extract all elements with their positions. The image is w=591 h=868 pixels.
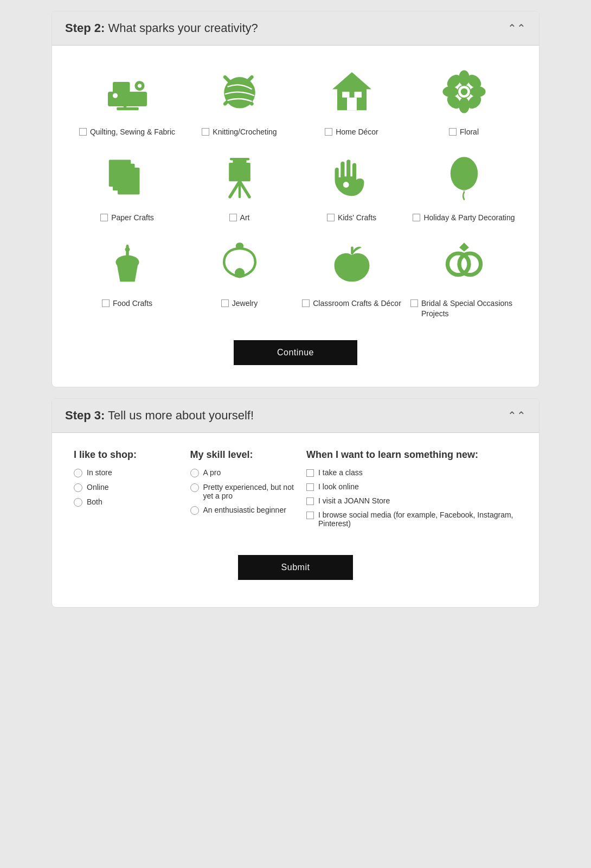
svg-marker-45	[459, 243, 469, 252]
category-bridal[interactable]: Bridal & Special Occasions Projects	[410, 233, 517, 318]
floral-checkbox[interactable]	[449, 128, 457, 136]
category-classroom[interactable]: Classroom Crafts & Décor	[298, 233, 405, 318]
art-checkbox[interactable]	[229, 214, 237, 221]
shop-online[interactable]: Online	[74, 483, 179, 492]
continue-button[interactable]: Continue	[234, 340, 357, 365]
learn-social-label: I browse social media (for example, Face…	[318, 510, 517, 528]
shop-column: I like to shop: In store Online Both	[74, 449, 179, 533]
skill-experienced-radio[interactable]	[190, 483, 199, 492]
learn-class-label: I take a class	[318, 468, 363, 477]
svg-rect-5	[117, 107, 139, 110]
skill-experienced[interactable]: Pretty experienced, but not yet a pro	[190, 483, 296, 500]
skill-pro-radio[interactable]	[190, 469, 199, 477]
shop-both-radio[interactable]	[74, 498, 82, 507]
floral-label-row: Floral	[449, 127, 479, 137]
kids-icon	[322, 148, 382, 207]
jewelry-name: Jewelry	[232, 298, 258, 308]
svg-point-35	[450, 157, 477, 190]
shop-online-label: Online	[87, 483, 108, 492]
kids-checkbox[interactable]	[327, 214, 335, 221]
category-kids[interactable]: Kids' Crafts	[298, 148, 405, 222]
svg-rect-33	[230, 158, 249, 161]
categories-grid: Quilting, Sewing & Fabric	[74, 62, 517, 318]
food-checkbox[interactable]	[102, 299, 110, 307]
skill-heading: My skill level:	[190, 449, 296, 461]
skill-column: My skill level: A pro Pretty experienced…	[190, 449, 296, 533]
shop-instore[interactable]: In store	[74, 468, 179, 477]
svg-point-34	[343, 182, 349, 188]
shop-instore-radio[interactable]	[74, 469, 82, 477]
classroom-checkbox[interactable]	[302, 299, 310, 307]
learn-online-label: I look online	[318, 482, 359, 491]
quilting-checkbox[interactable]	[79, 128, 87, 136]
svg-point-6	[113, 93, 118, 98]
classroom-label-row: Classroom Crafts & Décor	[302, 298, 401, 308]
art-name: Art	[240, 213, 250, 222]
category-knitting[interactable]: Knitting/Crocheting	[186, 62, 293, 137]
step2-subtitle: What sparks your creativity?	[108, 21, 258, 35]
paper-checkbox[interactable]	[100, 214, 108, 221]
step3-collapse-icon[interactable]: ⌃⌃	[508, 409, 526, 422]
kids-name: Kids' Crafts	[338, 213, 376, 222]
knitting-checkbox[interactable]	[202, 128, 209, 136]
learn-column: When I want to learn something new: I ta…	[306, 449, 517, 533]
bridal-name: Bridal & Special Occasions Projects	[421, 298, 517, 318]
skill-beginner[interactable]: An enthusiastic beginner	[190, 506, 296, 515]
kids-label-row: Kids' Crafts	[327, 213, 376, 222]
svg-rect-11	[347, 98, 357, 110]
skill-pro[interactable]: A pro	[190, 468, 296, 477]
category-art[interactable]: Art	[186, 148, 293, 222]
holiday-checkbox[interactable]	[413, 214, 420, 221]
skill-beginner-radio[interactable]	[190, 506, 199, 515]
step3-label: Step 3:	[65, 409, 105, 422]
step2-title: Step 2: What sparks your creativity?	[65, 21, 258, 35]
skill-pro-label: A pro	[203, 468, 221, 477]
learn-store-checkbox[interactable]	[306, 497, 314, 505]
svg-line-30	[240, 181, 249, 197]
paper-label-row: Paper Crafts	[100, 213, 154, 222]
learn-store[interactable]: I visit a JOANN Store	[306, 496, 517, 505]
learn-heading: When I want to learn something new:	[306, 449, 517, 461]
shop-heading: I like to shop:	[74, 449, 179, 461]
home-name: Home Décor	[336, 127, 378, 137]
learn-store-label: I visit a JOANN Store	[318, 496, 390, 505]
learn-online-checkbox[interactable]	[306, 483, 314, 491]
category-paper[interactable]: Paper Crafts	[74, 148, 181, 222]
step2-header: Step 2: What sparks your creativity? ⌃⌃	[52, 11, 539, 46]
art-icon	[210, 148, 269, 207]
step3-subtitle: Tell us more about yourself!	[108, 409, 254, 422]
category-jewelry[interactable]: Jewelry	[186, 233, 293, 318]
shop-both-label: Both	[87, 497, 102, 506]
step2-container: Step 2: What sparks your creativity? ⌃⌃	[52, 11, 539, 387]
learn-social-checkbox[interactable]	[306, 512, 314, 519]
step2-collapse-icon[interactable]: ⌃⌃	[508, 22, 526, 35]
category-quilting[interactable]: Quilting, Sewing & Fabric	[74, 62, 181, 137]
food-name: Food Crafts	[113, 298, 152, 308]
step3-columns: I like to shop: In store Online Both My …	[74, 449, 517, 533]
bridal-checkbox[interactable]	[410, 299, 418, 307]
step2-label: Step 2:	[65, 21, 105, 35]
svg-rect-13	[354, 92, 362, 98]
category-floral[interactable]: Floral	[410, 62, 517, 137]
category-home[interactable]: Home Décor	[298, 62, 405, 137]
step3-title: Step 3: Tell us more about yourself!	[65, 409, 254, 423]
apple-icon	[322, 233, 382, 293]
learn-social[interactable]: I browse social media (for example, Face…	[306, 510, 517, 528]
svg-point-39	[126, 245, 129, 250]
svg-rect-41	[235, 243, 243, 250]
learn-online[interactable]: I look online	[306, 482, 517, 491]
category-food[interactable]: Food Crafts	[74, 233, 181, 318]
skill-beginner-label: An enthusiastic beginner	[203, 506, 286, 514]
jewelry-checkbox[interactable]	[221, 299, 229, 307]
knitting-label-row: Knitting/Crocheting	[202, 127, 277, 137]
shop-both[interactable]: Both	[74, 497, 179, 507]
submit-button[interactable]: Submit	[238, 555, 354, 580]
home-checkbox[interactable]	[325, 128, 332, 136]
submit-btn-wrap: Submit	[74, 555, 517, 580]
floral-name: Floral	[460, 127, 479, 137]
category-holiday[interactable]: Holiday & Party Decorating	[410, 148, 517, 222]
learn-class-checkbox[interactable]	[306, 469, 314, 477]
shop-online-radio[interactable]	[74, 483, 82, 492]
quilting-name: Quilting, Sewing & Fabric	[90, 127, 175, 137]
learn-class[interactable]: I take a class	[306, 468, 517, 477]
